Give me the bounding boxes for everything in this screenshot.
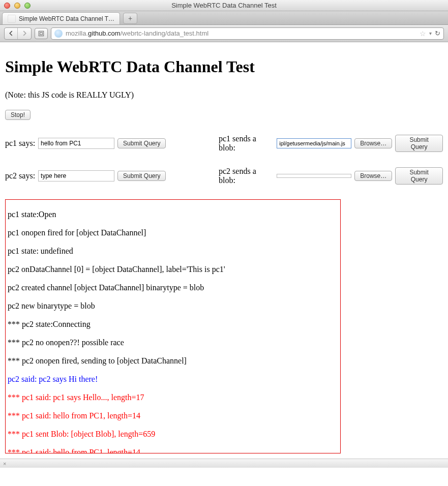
pc1-says-row: pc1 says: Submit Query	[5, 134, 219, 153]
log-line: pc2 new binarytype = blob	[8, 301, 338, 311]
log-line: pc2 said: pc2 says Hi there!	[8, 375, 338, 384]
stop-button[interactable]: Stop!	[5, 110, 31, 120]
log-line: pc2 created channel [object DataChannel]…	[8, 283, 338, 292]
pc2-blob-browse-button[interactable]: Browse…	[354, 171, 392, 181]
log-content: pc1 state:Openpc1 onopen fired for [obje…	[6, 200, 340, 453]
pc1-says-submit-button[interactable]: Submit Query	[117, 138, 166, 148]
forward-icon	[22, 31, 27, 36]
svg-rect-0	[39, 31, 43, 36]
pc1-says-label: pc1 says:	[5, 139, 35, 148]
url-domain: github.com	[88, 29, 121, 37]
log-box[interactable]: pc1 state:Openpc1 onopen fired for [obje…	[5, 199, 341, 453]
tab-favicon	[8, 15, 16, 23]
back-button[interactable]	[5, 28, 18, 39]
home-button[interactable]	[35, 28, 48, 39]
pc2-blob-file-input[interactable]	[277, 174, 351, 178]
log-line: *** pc1 said: pc1 says Hello..., length=…	[8, 393, 338, 402]
log-line: *** pc2 onopen fired, sending to [object…	[8, 356, 338, 366]
site-identity-icon[interactable]	[54, 29, 63, 38]
log-line: *** pc1 said: hello from PC1, length=14	[8, 411, 338, 420]
url-subdomain: mozilla.	[66, 29, 88, 37]
back-icon	[8, 31, 14, 36]
reload-icon[interactable]: ↻	[435, 29, 440, 37]
page-note: (Note: this JS code is REALLY UGLY)	[5, 90, 443, 100]
url-bar[interactable]: mozilla.github.com/webrtc-landing/data_t…	[51, 27, 444, 40]
tabstrip: Simple WebRTC Data Channel T… +	[0, 11, 448, 25]
log-line: pc1 state:Open	[8, 210, 338, 219]
window-titlebar: Simple WebRTC Data Channel Test	[0, 0, 448, 11]
log-line: *** pc2 no onopen??! possible race	[8, 338, 338, 347]
bookmark-star-icon[interactable]: ☆	[420, 29, 426, 38]
window-title: Simple WebRTC Data Channel Test	[0, 2, 448, 9]
pc2-says-label: pc2 says:	[5, 171, 35, 180]
pc2-says-input[interactable]	[38, 170, 114, 181]
pc2-blob-submit-button[interactable]: Submit Query	[395, 167, 443, 185]
pc1-blob-row: pc1 sends a blob: ipl/getusermedia/js/ma…	[219, 134, 443, 153]
log-line: *** pc1 sent Blob: [object Blob], length…	[8, 430, 338, 439]
log-line: pc1 state: undefined	[8, 247, 338, 256]
statusbar-close-icon[interactable]: ×	[3, 461, 6, 467]
page-heading: Simple WebRTC Data Channel Test	[5, 57, 443, 76]
new-tab-button[interactable]: +	[123, 13, 137, 24]
pc1-says-input[interactable]	[38, 138, 114, 149]
url-history-dropdown-icon[interactable]: ▾	[429, 31, 432, 36]
plus-icon: +	[128, 14, 132, 22]
toolbar: mozilla.github.com/webrtc-landing/data_t…	[0, 25, 448, 42]
log-line: *** pc2 state:Connecting	[8, 320, 338, 329]
url-path: /webrtc-landing/data_test.html	[121, 29, 208, 37]
home-icon	[38, 30, 45, 37]
minimize-window-button[interactable]	[14, 3, 20, 9]
pc2-blob-row: pc2 sends a blob: Browse… Submit Query	[219, 167, 443, 185]
zoom-window-button[interactable]	[24, 3, 31, 9]
traffic-lights	[0, 3, 31, 9]
forward-button[interactable]	[18, 28, 31, 39]
page-content: Simple WebRTC Data Channel Test (Note: t…	[0, 42, 448, 459]
pc1-blob-browse-button[interactable]: Browse…	[354, 138, 392, 148]
tab-title: Simple WebRTC Data Channel T…	[19, 15, 114, 22]
pc1-blob-file-input[interactable]: ipl/getusermedia/js/main.js	[277, 138, 351, 148]
pc1-blob-label: pc1 sends a blob:	[219, 134, 274, 153]
url-text: mozilla.github.com/webrtc-landing/data_t…	[66, 29, 416, 37]
svg-rect-1	[40, 32, 43, 35]
statusbar: ×	[0, 459, 448, 468]
tab-active[interactable]: Simple WebRTC Data Channel T…	[2, 12, 120, 24]
log-line: pc1 onopen fired for [object DataChannel…	[8, 228, 338, 237]
log-line: *** pc1 said: hello from PC1, length=14	[8, 448, 338, 453]
log-line: pc2 onDataChannel [0] = [object DataChan…	[8, 265, 338, 274]
pc2-says-row: pc2 says: Submit Query	[5, 167, 219, 185]
pc2-says-submit-button[interactable]: Submit Query	[117, 171, 166, 181]
close-window-button[interactable]	[4, 3, 10, 9]
pc1-blob-submit-button[interactable]: Submit Query	[395, 135, 443, 152]
nav-buttons	[4, 27, 32, 40]
pc2-blob-label: pc2 sends a blob:	[219, 167, 274, 185]
